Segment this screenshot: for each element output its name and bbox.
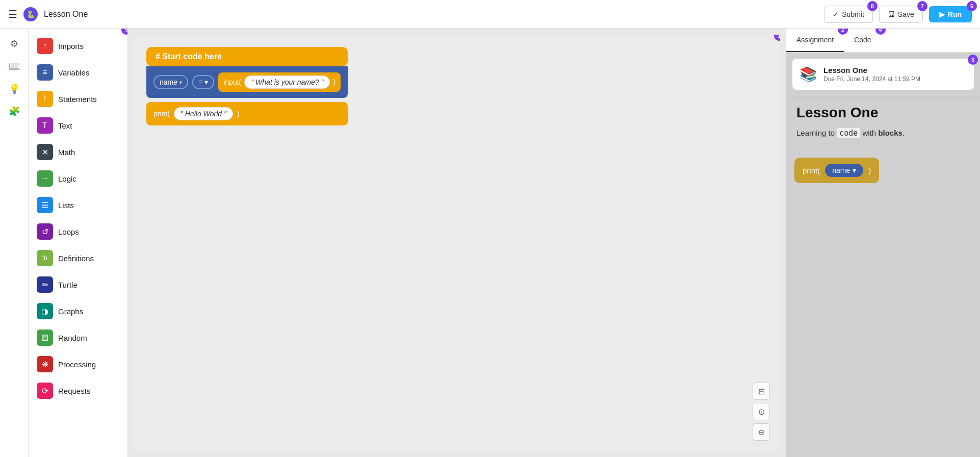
save-button[interactable]: 🖫 Save 7 <box>879 6 923 23</box>
logic-icon: → <box>37 170 53 187</box>
submit-badge: 8 <box>867 1 878 11</box>
topbar-title: Lesson One <box>44 10 88 19</box>
bulb-icon[interactable]: 💡 <box>5 80 23 98</box>
lesson-content: Lesson One Learning to code with blocks. <box>786 96 980 147</box>
sidebar-label-random: Random <box>58 334 87 342</box>
save-badge: 7 <box>917 1 927 11</box>
definitions-icon: fn <box>37 250 53 266</box>
sidebar-item-turtle[interactable]: ✏ Turtle <box>29 271 127 298</box>
lesson-description: Learning to code with blocks. <box>796 127 970 139</box>
assignment-info: Lesson One Due Fri, June 14, 2024 at 11:… <box>823 66 920 83</box>
topbar: ☰ 🐍 Lesson One ✓ Submit 8 🖫 Save 7 ▶ Run… <box>0 0 980 29</box>
assignment-book-icon: 📚 <box>800 66 817 83</box>
blocks-container: # Start code here name ▾ = ▾ inp <box>134 35 360 138</box>
input-fn-text: input( <box>223 78 241 86</box>
sidebar-label-lists: Lists <box>58 201 74 210</box>
tab-assignment[interactable]: Assignment 2 <box>786 29 844 52</box>
sidebar-label-text: Text <box>58 121 72 130</box>
lesson-desc-prefix: Learning to <box>796 129 837 137</box>
eq-arrow-icon: ▾ <box>204 78 208 86</box>
sidebar-item-variables[interactable]: ≡ Variables <box>29 59 127 86</box>
sidebar-label-definitions: Definitions <box>58 254 94 263</box>
canvas-area: 1 # Start code here name ▾ = <box>128 29 786 457</box>
sidebar-item-random[interactable]: ⚄ Random <box>29 324 127 351</box>
canvas[interactable]: 1 # Start code here name ▾ = <box>134 35 780 451</box>
preview-var-text: name <box>832 166 850 174</box>
input-prompt-block[interactable]: " What is your name? " <box>244 75 330 89</box>
sidebar-item-imports[interactable]: ↑ Imports <box>29 33 127 59</box>
run-icon: ▶ <box>939 10 945 18</box>
lesson-desc-suffix: . <box>902 129 905 137</box>
sidebar-item-statements[interactable]: ! Statements <box>29 86 127 112</box>
sidebar: 5 ↑ Imports ≡ Variables ! Statements T T… <box>29 29 128 457</box>
preview-var-arrow: ▾ <box>853 166 856 174</box>
sidebar-label-statements: Statements <box>58 95 97 104</box>
run-badge: 6 <box>967 1 977 11</box>
var-block[interactable]: name ▾ <box>153 75 188 89</box>
lesson-bold-word: blocks <box>878 129 902 137</box>
zoom-controls: ⊟ ⊙ ⊖ <box>753 383 770 441</box>
input-fn-block[interactable]: input( " What is your name? " ) <box>218 72 341 92</box>
assignment-due: Due Fri, June 14, 2024 at 11:59 PM <box>823 75 920 83</box>
puzzle-icon[interactable]: 🧩 <box>5 102 23 120</box>
lesson-code-word: code <box>837 128 860 138</box>
submit-button[interactable]: ✓ Submit 8 <box>824 6 873 23</box>
assign-block[interactable]: name ▾ = ▾ input( " What is your name? " <box>146 66 348 98</box>
zoom-center-button[interactable]: ⊟ <box>753 383 770 400</box>
sidebar-label-math: Math <box>58 148 75 157</box>
hello-world-block[interactable]: " Hello World " <box>174 107 233 120</box>
assignment-card[interactable]: 📚 Lesson One Due Fri, June 14, 2024 at 1… <box>792 59 974 90</box>
zoom-in-button[interactable]: ⊙ <box>753 403 770 420</box>
lists-icon: ☰ <box>37 197 53 213</box>
check-icon: ✓ <box>833 10 839 18</box>
imports-icon: ↑ <box>37 38 53 54</box>
sidebar-item-requests[interactable]: ⟳ Requests <box>29 377 127 404</box>
eq-block[interactable]: = ▾ <box>192 75 214 89</box>
sidebar-item-processing[interactable]: ❋ Processing <box>29 351 127 377</box>
requests-icon: ⟳ <box>37 383 53 399</box>
eq-sign-text: = <box>198 78 202 86</box>
preview-var-block: name ▾ <box>825 164 863 177</box>
print-block[interactable]: print( " Hello World " ) <box>146 102 348 125</box>
sidebar-item-definitions[interactable]: fn Definitions <box>29 245 127 271</box>
start-comment-block[interactable]: # Start code here <box>146 47 348 66</box>
zoom-out-button[interactable]: ⊖ <box>753 423 770 441</box>
var-arrow-icon: ▾ <box>179 80 182 85</box>
sidebar-label-loops: Loops <box>58 227 79 236</box>
var-name-text: name <box>160 78 177 86</box>
sidebar-label-logic: Logic <box>58 174 76 183</box>
sidebar-item-text[interactable]: T Text <box>29 112 127 139</box>
statements-icon: ! <box>37 91 53 107</box>
assignment-title: Lesson One <box>823 66 920 74</box>
print-close-text: ) <box>237 110 240 118</box>
sidebar-label-imports: Imports <box>58 42 84 50</box>
sidebar-label-requests: Requests <box>58 387 90 395</box>
graphs-icon: ◑ <box>37 303 53 319</box>
icon-bar: ⚙ 📖 💡 🧩 <box>0 29 29 457</box>
save-icon: 🖫 <box>888 10 895 18</box>
preview-close-paren: ) <box>868 166 871 175</box>
turtle-icon: ✏ <box>37 276 53 293</box>
sidebar-item-math[interactable]: ✕ Math <box>29 139 127 165</box>
tab-code[interactable]: Code 4 <box>844 29 881 52</box>
start-comment-text: # Start code here <box>156 52 222 61</box>
lesson-title: Lesson One <box>796 105 970 121</box>
sidebar-item-lists[interactable]: ☰ Lists <box>29 192 127 218</box>
run-button[interactable]: ▶ Run 6 <box>929 6 972 22</box>
hello-world-text: " Hello World " <box>180 110 226 118</box>
variables-icon: ≡ <box>37 64 53 81</box>
menu-icon[interactable]: ☰ <box>8 8 17 20</box>
sidebar-item-graphs[interactable]: ◑ Graphs <box>29 298 127 324</box>
right-panel: Assignment 2 Code 4 📚 Lesson One Due Fri… <box>786 29 980 457</box>
settings-icon[interactable]: ⚙ <box>5 35 23 53</box>
print-fn-text: print( <box>153 110 170 118</box>
lesson-desc-middle: with <box>860 129 878 137</box>
preview-print-text: print( <box>803 166 820 175</box>
canvas-badge: 1 <box>774 35 780 41</box>
sidebar-item-logic[interactable]: → Logic <box>29 165 127 192</box>
start-block[interactable]: # Start code here name ▾ = ▾ inp <box>146 47 348 98</box>
book-icon[interactable]: 📖 <box>5 57 23 75</box>
sidebar-label-processing: Processing <box>58 360 96 369</box>
sidebar-item-loops[interactable]: ↺ Loops <box>29 218 127 245</box>
sidebar-label-turtle: Turtle <box>58 281 78 289</box>
